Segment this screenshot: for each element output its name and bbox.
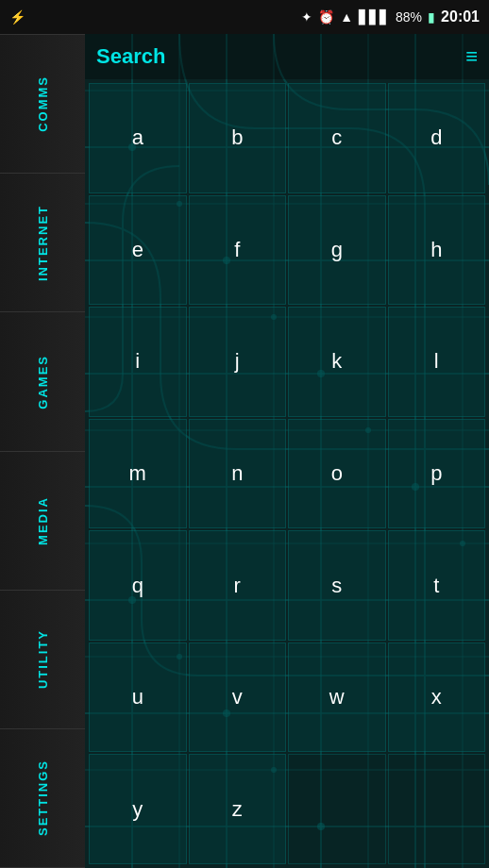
letter-cell-s[interactable]: s [288, 530, 386, 641]
menu-icon[interactable]: ≡ [465, 46, 478, 67]
content-area: Search ≡ abcdefghijklmnopqrstuvwxyz [85, 34, 489, 868]
letter-cell-t[interactable]: t [388, 530, 486, 641]
sidebar-item-internet[interactable]: INTERNET [0, 174, 85, 312]
letter-cell-m[interactable]: m [89, 419, 187, 529]
sidebar-label-internet: INTERNET [36, 205, 50, 281]
letter-cell-g[interactable]: g [288, 195, 386, 306]
sidebar-label-settings: SETTINGS [36, 760, 50, 836]
usb-icon: ⚡ [9, 9, 25, 25]
sidebar-item-settings[interactable]: SETTINGS [0, 729, 85, 868]
letter-cell-n[interactable]: n [189, 419, 287, 529]
letter-cell-c[interactable]: c [288, 83, 386, 193]
letter-cell-b[interactable]: b [189, 83, 287, 193]
alarm-icon: ⏰ [318, 9, 334, 25]
letter-i: i [135, 349, 140, 374]
clock: 20:01 [441, 8, 480, 25]
header: Search ≡ [85, 34, 489, 79]
letter-h: h [430, 238, 442, 262]
letter-cell-v[interactable]: v [189, 643, 287, 753]
sidebar-label-comms: COMMS [36, 75, 50, 132]
sidebar: COMMS INTERNET GAMES MEDIA UTILITY SETTI… [0, 34, 85, 868]
letter-cell-q[interactable]: q [89, 530, 187, 641]
letter-grid: abcdefghijklmnopqrstuvwxyz [85, 79, 489, 868]
letter-p: p [430, 461, 442, 486]
letter-cell-z[interactable]: z [189, 754, 287, 864]
sidebar-label-media: MEDIA [36, 496, 50, 545]
letter-cell-l[interactable]: l [388, 307, 486, 417]
letter-y: y [132, 797, 143, 822]
letter-cell-p[interactable]: p [388, 419, 486, 529]
letter-cell-u[interactable]: u [89, 643, 187, 753]
letter-m: m [129, 461, 146, 486]
letter-cell-k[interactable]: k [288, 307, 386, 417]
letter-cell-r[interactable]: r [189, 530, 287, 641]
letter-cell-i[interactable]: i [89, 307, 187, 417]
letter-cell-x[interactable]: x [388, 643, 486, 753]
letter-g: g [331, 238, 343, 262]
signal-icon: ▋▋▋ [359, 9, 390, 25]
bluetooth-icon: ✦ [301, 9, 312, 25]
letter-w: w [329, 685, 345, 709]
battery-icon: ▮ [428, 9, 435, 25]
letter-a: a [132, 125, 143, 150]
letter-u: u [132, 685, 143, 709]
letter-v: v [232, 685, 243, 709]
letter-f: f [234, 238, 240, 262]
letter-cell-a[interactable]: a [89, 83, 187, 193]
battery-percent: 88% [396, 9, 422, 25]
letter-cell-j[interactable]: j [189, 307, 287, 417]
letter-cell-d[interactable]: d [388, 83, 486, 193]
letter-e: e [132, 238, 143, 262]
sidebar-item-games[interactable]: GAMES [0, 312, 85, 451]
letter-k: k [331, 349, 342, 374]
sidebar-item-utility[interactable]: UTILITY [0, 591, 85, 729]
letter-cell-y[interactable]: y [89, 754, 187, 864]
letter-cell-w[interactable]: w [288, 643, 386, 753]
page-title: Search [96, 44, 165, 69]
letter-cell-h[interactable]: h [388, 195, 486, 306]
letter-l: l [434, 349, 439, 374]
status-icons-right: ✦ ⏰ ▲ ▋▋▋ 88% ▮ 20:01 [301, 8, 480, 25]
letter-x: x [431, 685, 442, 709]
letter-q: q [132, 574, 143, 598]
wifi-icon: ▲ [340, 9, 353, 25]
letter-d: d [430, 125, 442, 150]
status-bar: ⚡ ✦ ⏰ ▲ ▋▋▋ 88% ▮ 20:01 [0, 0, 489, 34]
status-icons-left: ⚡ [9, 9, 25, 25]
letter-cell-empty-26 [288, 754, 386, 864]
letter-cell-empty-27 [388, 754, 486, 864]
letter-cell-o[interactable]: o [288, 419, 386, 529]
letter-s: s [331, 574, 342, 598]
letter-j: j [235, 349, 240, 374]
letter-cell-f[interactable]: f [189, 195, 287, 306]
letter-n: n [231, 461, 243, 486]
sidebar-label-utility: UTILITY [36, 629, 50, 689]
letter-r: r [234, 574, 241, 598]
sidebar-label-games: GAMES [36, 355, 50, 409]
letter-z: z [232, 797, 243, 822]
letter-o: o [331, 461, 343, 486]
letter-b: b [231, 125, 243, 150]
letter-t: t [433, 574, 439, 598]
main-container: COMMS INTERNET GAMES MEDIA UTILITY SETTI… [0, 34, 489, 868]
sidebar-item-media[interactable]: MEDIA [0, 452, 85, 591]
letter-cell-e[interactable]: e [89, 195, 187, 306]
sidebar-item-comms[interactable]: COMMS [0, 34, 85, 174]
letter-c: c [331, 125, 342, 150]
